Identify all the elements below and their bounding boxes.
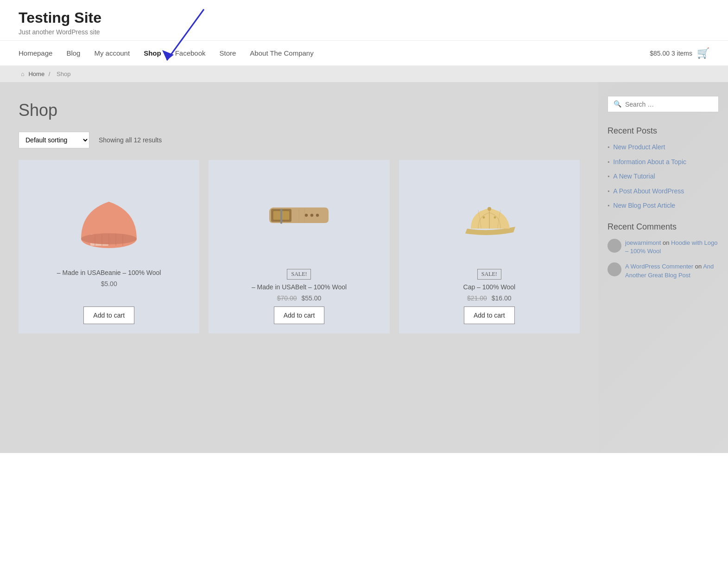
post-icon: ▪: [608, 144, 609, 151]
shop-title: Shop: [19, 101, 580, 120]
product-image-beanie: [28, 169, 190, 262]
breadcrumb: ⌂ Home / Shop: [0, 66, 728, 82]
shop-controls: Default sorting Showing all 12 results: [19, 132, 580, 148]
cart-total: $85.00 3 items: [650, 50, 692, 57]
post-link-blog-article[interactable]: New Blog Post Article: [613, 201, 675, 211]
svg-point-12: [305, 214, 308, 217]
nav-about[interactable]: About The Company: [250, 41, 313, 65]
nav-facebook[interactable]: Facebook: [175, 41, 206, 65]
nav-homepage[interactable]: Homepage: [19, 41, 52, 65]
product-price-beanie: $5.00: [101, 280, 117, 287]
recent-posts-title: Recent Posts: [608, 126, 719, 136]
product-card-belt: SALE! – Made in USABelt – 100% Wool $70.…: [209, 160, 389, 333]
comment-text: joewarnimont on Hoodie with Logo – 100% …: [625, 239, 719, 255]
product-name-cap: Cap – 100% Wool: [463, 283, 516, 291]
results-count: Showing all 12 results: [99, 136, 162, 144]
sort-select[interactable]: Default sorting: [19, 132, 89, 148]
add-to-cart-beanie[interactable]: Add to cart: [83, 306, 134, 324]
list-item: ▪ A Post About WordPress: [608, 187, 719, 196]
site-header: Testing Site Just another WordPress site: [0, 0, 728, 40]
shop-sidebar: 🔍 Recent Posts ▪ New Product Alert ▪ Inf…: [598, 82, 728, 453]
belt-original-price: $70.00: [277, 294, 297, 302]
nav-links: Homepage Blog My account Shop Facebook S…: [19, 41, 650, 65]
nav-store[interactable]: Store: [220, 41, 236, 65]
product-image-belt: [218, 169, 380, 262]
product-card-beanie: – Made in USABeanie – 100% Wool $5.00 Ad…: [19, 160, 199, 333]
list-item: ▪ New Blog Post Article: [608, 201, 719, 211]
comment-text: A WordPress Commenter on And Another Gre…: [625, 262, 719, 279]
site-title: Testing Site: [19, 9, 709, 26]
search-icon: 🔍: [614, 100, 621, 108]
post-icon: ▪: [608, 159, 609, 166]
post-icon: ▪: [608, 188, 609, 195]
post-link-wordpress[interactable]: A Post About WordPress: [613, 187, 684, 196]
post-icon: ▪: [608, 202, 609, 209]
post-link-tutorial[interactable]: A New Tutorial: [613, 172, 655, 181]
sale-badge-belt: SALE!: [287, 269, 311, 280]
nav-blog[interactable]: Blog: [66, 41, 80, 65]
nav-cart: $85.00 3 items 🛒: [650, 47, 709, 59]
product-price-belt: $70.00 $55.00: [277, 294, 322, 302]
belt-sale-price: $55.00: [301, 294, 321, 302]
avatar: [608, 262, 621, 276]
cap-original-price: $21.00: [467, 294, 487, 302]
svg-point-18: [487, 207, 491, 211]
breadcrumb-home[interactable]: Home: [28, 70, 44, 77]
product-name-belt: – Made in USABelt – 100% Wool: [252, 283, 347, 291]
list-item: ▪ New Product Alert: [608, 143, 719, 152]
sale-badge-cap: SALE!: [477, 269, 501, 280]
add-to-cart-belt[interactable]: Add to cart: [274, 306, 325, 324]
cart-icon[interactable]: 🛒: [697, 47, 709, 59]
page-content: Shop Default sorting Showing all 12 resu…: [0, 82, 728, 453]
main-nav: Homepage Blog My account Shop Facebook S…: [0, 40, 728, 66]
svg-rect-15: [280, 209, 282, 224]
cap-sale-price: $16.00: [492, 294, 512, 302]
product-price-cap: $21.00 $16.00: [467, 294, 512, 302]
comment-item: A WordPress Commenter on And Another Gre…: [608, 262, 719, 279]
site-tagline: Just another WordPress site: [19, 28, 709, 36]
recent-comments-title: Recent Comments: [608, 222, 719, 232]
post-icon: ▪: [608, 173, 609, 180]
post-link-info-topic[interactable]: Information About a Topic: [613, 158, 686, 167]
product-name-beanie: – Made in USABeanie – 100% Wool: [57, 269, 161, 276]
add-to-cart-cap[interactable]: Add to cart: [464, 306, 515, 324]
avatar: [608, 239, 621, 253]
product-grid: – Made in USABeanie – 100% Wool $5.00 Ad…: [19, 160, 580, 333]
product-card-cap: SALE! Cap – 100% Wool $21.00 $16.00 Add …: [399, 160, 580, 333]
recent-comments-section: Recent Comments joewarnimont on Hoodie w…: [608, 222, 719, 280]
post-link-new-product[interactable]: New Product Alert: [613, 143, 665, 152]
shop-main: Shop Default sorting Showing all 12 resu…: [0, 82, 598, 453]
list-item: ▪ Information About a Topic: [608, 158, 719, 167]
recent-posts-list: ▪ New Product Alert ▪ Information About …: [608, 143, 719, 211]
comment-author-wp[interactable]: A WordPress Commenter: [625, 263, 693, 270]
home-icon: ⌂: [21, 70, 25, 77]
svg-point-19: [482, 217, 485, 219]
nav-myaccount[interactable]: My account: [94, 41, 130, 65]
comment-author-joe[interactable]: joewarnimont: [625, 239, 661, 246]
svg-point-20: [494, 217, 496, 219]
comment-item: joewarnimont on Hoodie with Logo – 100% …: [608, 239, 719, 255]
svg-point-11: [310, 214, 313, 217]
product-image-cap: [408, 169, 570, 262]
search-box: 🔍: [608, 96, 719, 112]
svg-point-10: [316, 214, 319, 217]
breadcrumb-current: Shop: [57, 70, 70, 77]
nav-shop[interactable]: Shop: [144, 41, 161, 65]
list-item: ▪ A New Tutorial: [608, 172, 719, 181]
search-input[interactable]: [625, 101, 713, 108]
